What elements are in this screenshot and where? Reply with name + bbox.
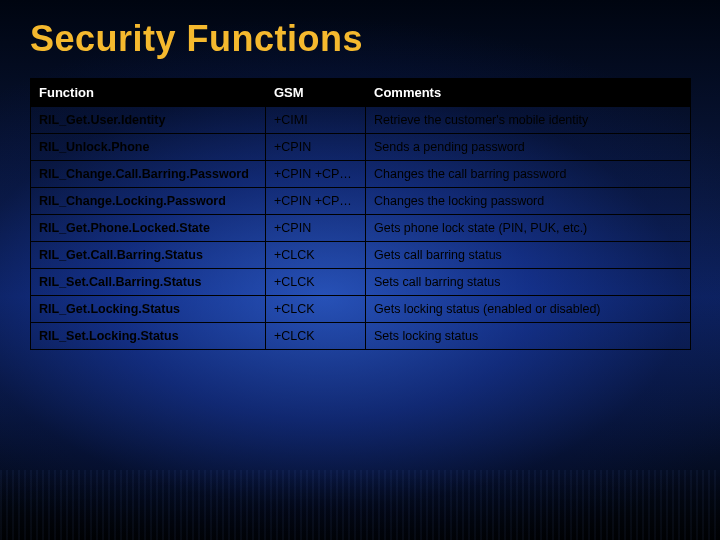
- cell-comment: Sets call barring status: [366, 269, 691, 296]
- cell-gsm: +CPIN +CPWD: [266, 161, 366, 188]
- cell-comment: Sends a pending password: [366, 134, 691, 161]
- cell-function: RIL_Set.Call.Barring.Status: [31, 269, 266, 296]
- cell-gsm: +CPIN: [266, 215, 366, 242]
- header-gsm: GSM: [266, 79, 366, 107]
- slide-title: Security Functions: [30, 18, 690, 60]
- cell-function: RIL_Get.User.Identity: [31, 107, 266, 134]
- table-row: RIL_Get.Locking.Status +CLCK Gets lockin…: [31, 296, 691, 323]
- cell-function: RIL_Unlock.Phone: [31, 134, 266, 161]
- cell-function: RIL_Get.Locking.Status: [31, 296, 266, 323]
- header-function: Function: [31, 79, 266, 107]
- cell-comment: Gets call barring status: [366, 242, 691, 269]
- header-comments: Comments: [366, 79, 691, 107]
- cell-comment: Retrieve the customer's mobile identity: [366, 107, 691, 134]
- functions-table: Function GSM Comments RIL_Get.User.Ident…: [30, 78, 691, 350]
- cell-comment: Gets locking status (enabled or disabled…: [366, 296, 691, 323]
- table-row: RIL_Unlock.Phone +CPIN Sends a pending p…: [31, 134, 691, 161]
- cell-comment: Gets phone lock state (PIN, PUK, etc.): [366, 215, 691, 242]
- cell-gsm: +CPIN +CPWD: [266, 188, 366, 215]
- cell-function: RIL_Get.Call.Barring.Status: [31, 242, 266, 269]
- table-row: RIL_Set.Locking.Status +CLCK Sets lockin…: [31, 323, 691, 350]
- cell-function: RIL_Change.Locking.Password: [31, 188, 266, 215]
- cell-gsm: +CLCK: [266, 323, 366, 350]
- cell-function: RIL_Set.Locking.Status: [31, 323, 266, 350]
- cell-comment: Changes the call barring password: [366, 161, 691, 188]
- cell-gsm: +CLCK: [266, 242, 366, 269]
- cell-comment: Sets locking status: [366, 323, 691, 350]
- cell-gsm: +CIMI: [266, 107, 366, 134]
- cell-function: RIL_Get.Phone.Locked.State: [31, 215, 266, 242]
- cell-function: RIL_Change.Call.Barring.Password: [31, 161, 266, 188]
- table-row: RIL_Get.Call.Barring.Status +CLCK Gets c…: [31, 242, 691, 269]
- table-row: RIL_Change.Call.Barring.Password +CPIN +…: [31, 161, 691, 188]
- table-header-row: Function GSM Comments: [31, 79, 691, 107]
- cell-gsm: +CLCK: [266, 269, 366, 296]
- table-row: RIL_Get.Phone.Locked.State +CPIN Gets ph…: [31, 215, 691, 242]
- slide: Security Functions Function GSM Comments…: [0, 0, 720, 540]
- table-row: RIL_Change.Locking.Password +CPIN +CPWD …: [31, 188, 691, 215]
- table-row: RIL_Get.User.Identity +CIMI Retrieve the…: [31, 107, 691, 134]
- cell-comment: Changes the locking password: [366, 188, 691, 215]
- cell-gsm: +CPIN: [266, 134, 366, 161]
- cell-gsm: +CLCK: [266, 296, 366, 323]
- table-row: RIL_Set.Call.Barring.Status +CLCK Sets c…: [31, 269, 691, 296]
